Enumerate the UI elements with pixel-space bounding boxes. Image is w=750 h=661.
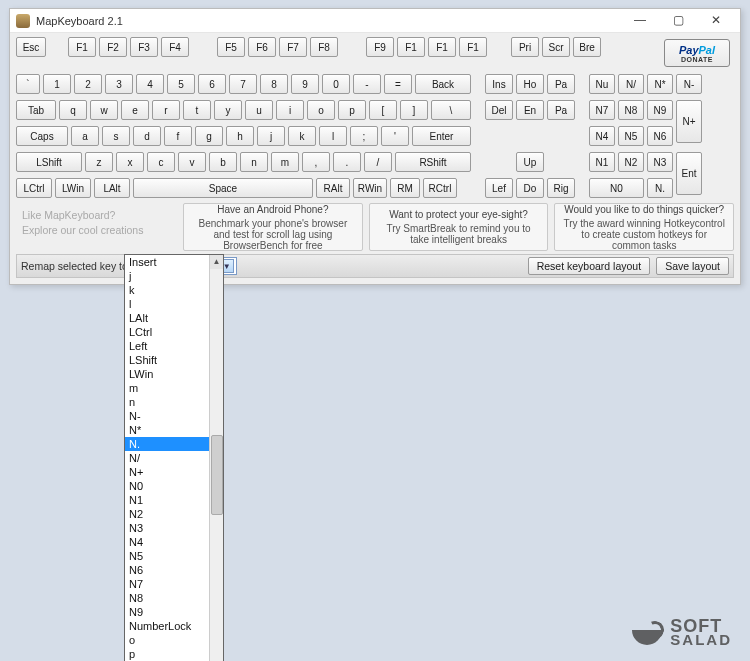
key-e[interactable]: e: [121, 100, 149, 120]
key-backspace[interactable]: Back: [415, 74, 471, 94]
key-ndot[interactable]: N.: [647, 178, 673, 198]
key-n6[interactable]: N6: [647, 126, 673, 146]
key-rbracket[interactable]: ]: [400, 100, 428, 120]
titlebar[interactable]: MapKeyboard 2.1 — ▢ ✕: [10, 9, 740, 33]
key-k[interactable]: k: [288, 126, 316, 146]
key-scroll[interactable]: Scr: [542, 37, 570, 57]
remap-dropdown[interactable]: ▲ ▼ InsertjklLAltLCtrlLeftLShiftLWinmnN-…: [124, 254, 224, 661]
promo-explore[interactable]: Like MapKeyboard? Explore our cool creat…: [16, 203, 177, 251]
key-w[interactable]: w: [90, 100, 118, 120]
key-space[interactable]: Space: [133, 178, 313, 198]
key-left[interactable]: Lef: [485, 178, 513, 198]
key-down[interactable]: Do: [516, 178, 544, 198]
key-home[interactable]: Ho: [516, 74, 544, 94]
scroll-up-icon[interactable]: ▲: [210, 255, 223, 269]
key-equals[interactable]: =: [384, 74, 412, 94]
key-numplus[interactable]: N+: [676, 100, 702, 143]
key-f10[interactable]: F1: [397, 37, 425, 57]
key-period[interactable]: .: [333, 152, 361, 172]
key-delete[interactable]: Del: [485, 100, 513, 120]
key-lbracket[interactable]: [: [369, 100, 397, 120]
key-lalt[interactable]: LAlt: [94, 178, 130, 198]
key-semicolon[interactable]: ;: [350, 126, 378, 146]
key-rctrl[interactable]: RCtrl: [423, 178, 457, 198]
save-layout-button[interactable]: Save layout: [656, 257, 729, 275]
key-n8[interactable]: N8: [618, 100, 644, 120]
key-menu[interactable]: RM: [390, 178, 420, 198]
key-y[interactable]: y: [214, 100, 242, 120]
key-f4[interactable]: F4: [161, 37, 189, 57]
key-print[interactable]: Pri: [511, 37, 539, 57]
key-n5[interactable]: N5: [618, 126, 644, 146]
key-ralt[interactable]: RAlt: [316, 178, 350, 198]
key-r[interactable]: r: [152, 100, 180, 120]
key-backslash[interactable]: \: [431, 100, 471, 120]
key-5[interactable]: 5: [167, 74, 195, 94]
key-rwin[interactable]: RWin: [353, 178, 387, 198]
key-grave[interactable]: `: [16, 74, 40, 94]
key-slash[interactable]: /: [364, 152, 392, 172]
promo-android[interactable]: Have an Android Phone? Benchmark your ph…: [183, 203, 363, 251]
key-lwin[interactable]: LWin: [55, 178, 91, 198]
key-f9[interactable]: F9: [366, 37, 394, 57]
key-quote[interactable]: ': [381, 126, 409, 146]
key-end[interactable]: En: [516, 100, 544, 120]
promo-hotkey[interactable]: Would you like to do things quicker? Try…: [554, 203, 734, 251]
key-l[interactable]: l: [319, 126, 347, 146]
key-lshift[interactable]: LShift: [16, 152, 82, 172]
key-f11[interactable]: F1: [428, 37, 456, 57]
key-lctrl[interactable]: LCtrl: [16, 178, 52, 198]
key-9[interactable]: 9: [291, 74, 319, 94]
key-nummul[interactable]: N*: [647, 74, 673, 94]
reset-layout-button[interactable]: Reset keyboard layout: [528, 257, 650, 275]
key-numenter[interactable]: Ent: [676, 152, 702, 195]
key-break[interactable]: Bre: [573, 37, 601, 57]
key-f12[interactable]: F1: [459, 37, 487, 57]
key-4[interactable]: 4: [136, 74, 164, 94]
maximize-button[interactable]: ▢: [664, 12, 692, 30]
key-n2[interactable]: N2: [618, 152, 644, 172]
key-j[interactable]: j: [257, 126, 285, 146]
key-caps[interactable]: Caps: [16, 126, 68, 146]
key-n7[interactable]: N7: [589, 100, 615, 120]
key-n1[interactable]: N1: [589, 152, 615, 172]
key-f8[interactable]: F8: [310, 37, 338, 57]
close-button[interactable]: ✕: [702, 12, 730, 30]
key-a[interactable]: a: [71, 126, 99, 146]
key-numdiv[interactable]: N/: [618, 74, 644, 94]
key-v[interactable]: v: [178, 152, 206, 172]
key-z[interactable]: z: [85, 152, 113, 172]
key-i[interactable]: i: [276, 100, 304, 120]
key-right[interactable]: Rig: [547, 178, 575, 198]
key-b[interactable]: b: [209, 152, 237, 172]
key-rshift[interactable]: RShift: [395, 152, 471, 172]
key-n0[interactable]: N0: [589, 178, 644, 198]
key-x[interactable]: x: [116, 152, 144, 172]
key-f[interactable]: f: [164, 126, 192, 146]
key-up[interactable]: Up: [516, 152, 544, 172]
key-m[interactable]: m: [271, 152, 299, 172]
key-2[interactable]: 2: [74, 74, 102, 94]
key-p[interactable]: p: [338, 100, 366, 120]
paypal-donate-button[interactable]: PayPal DONATE: [664, 39, 730, 67]
key-enter[interactable]: Enter: [412, 126, 471, 146]
key-comma[interactable]: ,: [302, 152, 330, 172]
key-f5[interactable]: F5: [217, 37, 245, 57]
key-n9[interactable]: N9: [647, 100, 673, 120]
key-numlock[interactable]: Nu: [589, 74, 615, 94]
dropdown-scrollbar[interactable]: ▲ ▼: [209, 255, 223, 661]
promo-eyesight[interactable]: Want to protect your eye-sight? Try Smar…: [369, 203, 549, 251]
key-insert[interactable]: Ins: [485, 74, 513, 94]
key-d[interactable]: d: [133, 126, 161, 146]
key-8[interactable]: 8: [260, 74, 288, 94]
key-0[interactable]: 0: [322, 74, 350, 94]
key-numminus[interactable]: N-: [676, 74, 702, 94]
key-minus[interactable]: -: [353, 74, 381, 94]
key-n[interactable]: n: [240, 152, 268, 172]
key-f7[interactable]: F7: [279, 37, 307, 57]
key-t[interactable]: t: [183, 100, 211, 120]
key-esc[interactable]: Esc: [16, 37, 46, 57]
minimize-button[interactable]: —: [626, 12, 654, 30]
key-pagedown[interactable]: Pa: [547, 100, 575, 120]
key-f6[interactable]: F6: [248, 37, 276, 57]
